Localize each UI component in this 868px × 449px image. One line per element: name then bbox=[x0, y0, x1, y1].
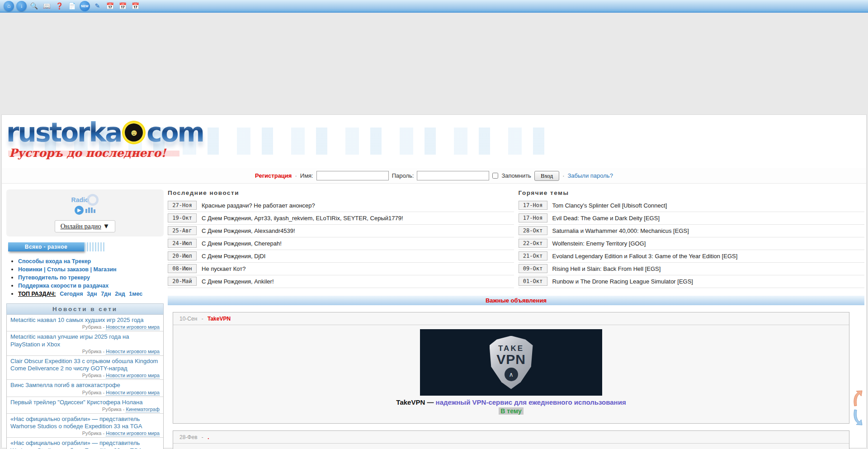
username-input[interactable] bbox=[316, 171, 389, 180]
home-icon[interactable]: ⌂ bbox=[4, 1, 14, 11]
hot-topic-link[interactable]: Evoland Legendary Edition и Fallout 3: G… bbox=[552, 253, 738, 260]
date-badge: 24-Июл bbox=[168, 239, 197, 248]
news-link[interactable]: «Нас официально ограбили» — представител… bbox=[10, 440, 160, 449]
password-input[interactable] bbox=[417, 171, 489, 180]
separator: - bbox=[202, 434, 203, 440]
news-topic-link[interactable]: С Днем Рождения, DjDI bbox=[202, 253, 265, 260]
news-link[interactable]: Первый трейлер "Одиссеи" Кристофера Нола… bbox=[10, 399, 160, 406]
news-topic-link[interactable]: С Днем Рождения, Арт33, ilyash_rekviem, … bbox=[202, 215, 403, 222]
top-torrents-links: Сегодня 3дн 7дн 2нд 1мес bbox=[57, 290, 142, 297]
remember-label: Запомнить bbox=[501, 172, 531, 179]
news-topic-link[interactable]: Не пускает Кот? bbox=[202, 265, 245, 272]
list-item: «Нас официально ограбили» — представител… bbox=[7, 414, 163, 438]
announcement-header: 10-Сен - TakeVPN bbox=[173, 312, 849, 325]
columns: Radio ▶ Онлайн радио ▼ Всяко - разное Сп… bbox=[2, 184, 866, 449]
login-button[interactable]: Вход bbox=[534, 171, 559, 181]
forgot-password-link[interactable]: Забыли пароль? bbox=[568, 172, 613, 179]
rubric-link[interactable]: Кинематограф bbox=[126, 406, 160, 412]
hot-topic-link[interactable]: Evil Dead: The Game и Dark Deity [EGS] bbox=[552, 215, 660, 222]
faq-icon[interactable]: ❓ bbox=[54, 1, 65, 11]
hot-topic-link[interactable]: Runbow и The Drone Racing League Simulat… bbox=[552, 278, 693, 285]
top-toolbar: ⌂ ↓ 🔍 📖 ❓ 📄 NEW ✎ 📅 📅 📅 bbox=[0, 0, 868, 13]
hot-topic-link[interactable]: Rising Hell и Slain: Back From Hell [EGS… bbox=[552, 265, 661, 272]
date-badge: 25-Авг bbox=[168, 226, 197, 235]
important-announcements-header: Важные объявления bbox=[168, 296, 864, 305]
news-link[interactable]: Metacritic назвал 10 самых худших игр 20… bbox=[10, 317, 160, 324]
news-topic-link[interactable]: С Днем Рождения, Alexsandr4539! bbox=[202, 227, 295, 234]
list-item: Первый трейлер "Одиссеи" Кристофера Нола… bbox=[7, 397, 163, 414]
rubric-prefix: Рубрика - bbox=[102, 406, 126, 412]
rubric-link[interactable]: Новости игрового мира bbox=[106, 430, 160, 436]
date-badge: 28-Окт bbox=[519, 226, 547, 235]
scroll-down-icon[interactable] bbox=[852, 409, 863, 426]
table-row: 28-Окт Saturnalia и Warhammer 40,000: Me… bbox=[519, 225, 865, 237]
list-item: Винс Зампелла погиб в автокатастрофе Руб… bbox=[7, 380, 163, 397]
news-link[interactable]: Винс Зампелла погиб в автокатастрофе bbox=[10, 382, 160, 389]
site-logo[interactable]: rustorka ☻ com bbox=[6, 119, 866, 146]
radio-brand: Radio bbox=[71, 194, 99, 206]
remember-checkbox[interactable] bbox=[492, 173, 498, 179]
hot-topic-link[interactable]: Saturnalia и Warhammer 40,000: Mechanicu… bbox=[552, 227, 689, 234]
news-topic-link[interactable]: С Днем Рождения, Cherepah! bbox=[202, 240, 282, 247]
news-topic-link[interactable]: С Днем Рождения, Ankiler! bbox=[202, 278, 274, 285]
tables-row: Последние новости 27-Ноя Красные раздачи… bbox=[168, 189, 864, 288]
rubric-link[interactable]: Новости игрового мира bbox=[106, 349, 160, 354]
register-link[interactable]: Регистрация bbox=[255, 172, 292, 179]
net-news-list: Metacritic назвал 10 самых худших игр 20… bbox=[6, 315, 164, 449]
search-icon[interactable]: 🔍 bbox=[29, 1, 39, 11]
password-label: Пароль: bbox=[392, 172, 414, 179]
list-item: Metacritic назвал улчшие игры 2025 года … bbox=[7, 331, 163, 356]
bookmark-icon[interactable]: 📖 bbox=[42, 1, 52, 11]
rubric-link[interactable]: Новости игрового мира bbox=[106, 390, 160, 396]
top-link-2w[interactable]: 2нд bbox=[115, 291, 125, 297]
latest-news-table: Последние новости 27-Ноя Красные раздачи… bbox=[168, 189, 514, 288]
vsyako-raznoe-button[interactable]: Всяко - разное bbox=[8, 242, 84, 251]
play-icon[interactable]: ▶ bbox=[75, 206, 84, 215]
calendar-icon[interactable]: 📅 bbox=[105, 1, 115, 11]
rubric-link[interactable]: Новости игрового мира bbox=[106, 373, 160, 378]
top-link-1m[interactable]: 1мес bbox=[129, 291, 142, 297]
logo-text-right: com bbox=[146, 119, 203, 146]
news-link[interactable]: Metacritic назвал улчшие игры 2025 года … bbox=[10, 333, 160, 348]
download-icon[interactable]: ↓ bbox=[16, 1, 27, 11]
topic-link[interactable]: В тему bbox=[499, 407, 523, 415]
separator: · bbox=[295, 172, 297, 179]
sidebar-link-tracker-access[interactable]: Способы входа на Трекер bbox=[18, 258, 91, 265]
announcement-dot-link[interactable]: . bbox=[208, 434, 209, 440]
news-link[interactable]: Clair Obscur Expedition 33 с отрывом обо… bbox=[10, 358, 160, 373]
sidebar-link-guide[interactable]: Путеводитель по трекеру bbox=[18, 274, 90, 281]
hot-topic-link[interactable]: Wolfenstein: Enemy Territory [GOG] bbox=[552, 240, 646, 247]
hot-topics-title: Горячие темы bbox=[519, 189, 865, 196]
takevpn-link[interactable]: TakeVPN bbox=[208, 316, 231, 322]
top-link-7d[interactable]: 7дн bbox=[101, 291, 111, 297]
edit-icon[interactable]: ✎ bbox=[92, 1, 103, 11]
news-link[interactable]: «Нас официально ограбили» — представител… bbox=[10, 416, 160, 430]
radio-widget: Radio ▶ Онлайн радио ▼ bbox=[6, 189, 164, 236]
rules-icon[interactable]: 📄 bbox=[67, 1, 77, 11]
online-radio-button[interactable]: Онлайн радио ▼ bbox=[55, 220, 116, 232]
date-badge: 22-Окт bbox=[519, 239, 547, 248]
calendar-icon[interactable]: 📅 bbox=[130, 1, 141, 11]
announcement-date: 28-Фев bbox=[179, 434, 198, 440]
site-header: rustorka ☻ com Русторъ до последнего! bbox=[2, 115, 866, 168]
vpn-service-link[interactable]: надежный VPN-сервис для ежедневного испо… bbox=[436, 398, 626, 406]
sidebar-link-speed-support[interactable]: Поддержка скорости в раздачах bbox=[18, 283, 108, 289]
rubric-prefix: Рубрика - bbox=[82, 349, 106, 354]
cd-icon bbox=[87, 194, 99, 206]
list-item: Новинки | Столы заказов | Магазин bbox=[18, 266, 164, 273]
new-icon[interactable]: NEW bbox=[80, 1, 90, 11]
news-topic-link[interactable]: Красные раздачи? Не работает анонсер? bbox=[202, 202, 315, 209]
announcement-header: 28-Фев - . bbox=[173, 431, 849, 444]
latest-news-title: Последние новости bbox=[168, 189, 514, 196]
rubric-prefix: Рубрика - bbox=[82, 390, 106, 395]
announcement-takevpn: 10-Сен - TakeVPN TAKE VPN ∧ TakeVPN — bbox=[173, 312, 849, 424]
top-link-3d[interactable]: 3дн bbox=[87, 291, 97, 297]
top-link-today[interactable]: Сегодня bbox=[60, 291, 83, 297]
sidebar-link-novelties[interactable]: Новинки | Столы заказов | Магазин bbox=[18, 266, 117, 273]
scroll-up-icon[interactable] bbox=[852, 390, 863, 407]
shield-text-vpn: VPN bbox=[496, 353, 526, 366]
calendar-icon[interactable]: 📅 bbox=[118, 1, 128, 11]
rubric-link[interactable]: Новости игрового мира bbox=[106, 324, 160, 330]
takevpn-banner[interactable]: TAKE VPN ∧ bbox=[420, 329, 602, 396]
hot-topic-link[interactable]: Tom Clancy's Splinter Cell [Ubisoft Conn… bbox=[552, 202, 667, 209]
